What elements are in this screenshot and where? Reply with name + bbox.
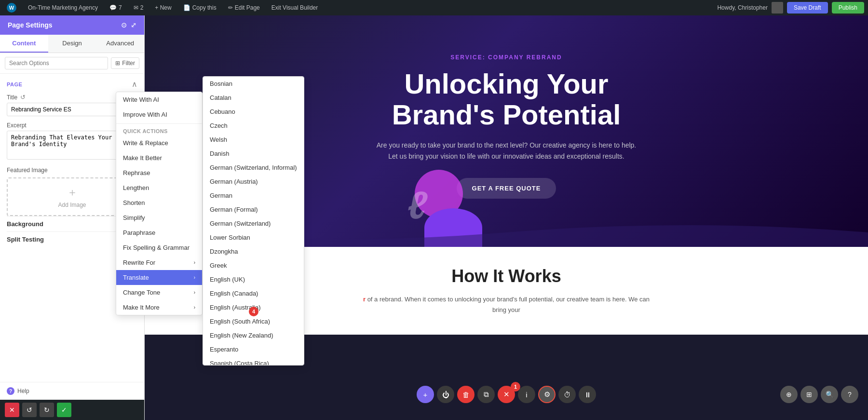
help-canvas-button[interactable]: ? — [841, 386, 858, 403]
user-avatar[interactable] — [772, 2, 783, 14]
lang-welsh[interactable]: Welsh — [203, 133, 304, 147]
info-button[interactable]: i — [518, 386, 535, 403]
new-item[interactable]: + New — [152, 0, 174, 15]
lang-greek[interactable]: Greek — [203, 258, 304, 272]
copy-module-button[interactable]: ⧉ — [477, 386, 495, 403]
lang-english-nz[interactable]: English (New Zealand) — [203, 328, 304, 342]
copy-this[interactable]: 📄 Copy this — [180, 0, 219, 15]
translate-chevron: › — [194, 275, 195, 280]
lang-english-sa[interactable]: English (South Africa) — [203, 314, 304, 328]
add-image-icon: ＋ — [67, 185, 78, 200]
main-layout: Page Settings ⊙ ⤢ Content Design Advance… — [0, 15, 868, 420]
tab-design[interactable]: Design — [48, 35, 96, 53]
lang-dzongkha[interactable]: Dzongkha — [203, 244, 304, 258]
write-replace[interactable]: Write & Replace — [116, 135, 202, 150]
lang-german-formal[interactable]: German (Formal) — [203, 203, 304, 217]
paraphrase[interactable]: Paraphrase — [116, 225, 202, 240]
clock-button[interactable]: ⏱ — [558, 386, 576, 403]
search-input[interactable] — [5, 57, 108, 69]
lang-german[interactable]: German — [203, 189, 304, 203]
grid-button[interactable]: ⊞ — [800, 386, 818, 403]
close-button[interactable]: ✕ — [5, 403, 19, 417]
panel-header: Page Settings ⊙ ⤢ — [0, 15, 144, 35]
site-name[interactable]: On-Time Marketing Agency — [25, 0, 101, 15]
lang-german-sw[interactable]: German (Switzerland) — [203, 217, 304, 230]
lang-submenu: Bosnian Catalan Cebuano Czech Welsh Dani… — [203, 76, 304, 366]
confirm-button[interactable]: ✓ — [57, 403, 71, 417]
lang-german-sw-inf[interactable]: German (Switzerland, Informal) — [203, 161, 304, 175]
simplify[interactable]: Simplify — [116, 210, 202, 225]
admin-bar: W On-Time Marketing Agency 💬 7 ✉ 2 + New… — [0, 0, 868, 15]
lang-lower-sorbian[interactable]: Lower Sorbian — [203, 230, 304, 244]
exit-builder[interactable]: Exit Visual Builder — [269, 0, 321, 15]
page-section-toggle[interactable]: ∧ — [132, 80, 137, 89]
lang-danish[interactable]: Danish — [203, 147, 304, 161]
write-with-ai[interactable]: Write With AI — [116, 92, 202, 107]
badge-4: 4 — [249, 307, 258, 316]
hero-subtitle: Are you ready to take your brand to the … — [371, 140, 641, 163]
filter-icon: ⊞ — [115, 60, 120, 67]
translate[interactable]: Translate › — [116, 270, 202, 285]
filter-button[interactable]: ⊞ Filter — [111, 57, 139, 69]
copy-icon: 📄 — [183, 4, 190, 11]
lang-cebuano[interactable]: Cebuano — [203, 105, 304, 119]
canvas-floating-toolbar: + ⏻ 🗑 ⧉ ✕ i ⚙ 1 ⏱ ⏸ — [417, 386, 596, 403]
rephrase[interactable]: Rephrase — [116, 165, 202, 180]
publish-button[interactable]: Publish — [832, 2, 864, 14]
make-it-more[interactable]: Make It More › — [116, 300, 202, 315]
lengthen[interactable]: Lengthen — [116, 180, 202, 195]
change-tone[interactable]: Change Tone › — [116, 285, 202, 300]
left-panel: Page Settings ⊙ ⤢ Content Design Advance… — [0, 15, 145, 420]
help-row[interactable]: ? Help — [0, 382, 144, 400]
shorten[interactable]: Shorten — [116, 195, 202, 210]
fix-spelling[interactable]: Fix Spelling & Grammar — [116, 240, 202, 255]
wp-logo-item[interactable]: W — [4, 0, 19, 15]
zoom-button[interactable]: ⊕ — [780, 386, 798, 403]
lang-esperanto[interactable]: Esperanto — [203, 342, 304, 356]
lang-bosnian[interactable]: Bosnian — [203, 77, 304, 91]
save-draft-button[interactable]: Save Draft — [787, 2, 828, 14]
edit-icon: ✏ — [228, 4, 233, 11]
ai-menu-divider-1 — [116, 123, 202, 124]
comments-item[interactable]: 💬 7 — [107, 0, 125, 15]
lang-german-austria[interactable]: German (Austria) — [203, 175, 304, 189]
page-section-title: Page — [7, 81, 22, 87]
search-element-button[interactable]: 🔍 — [821, 386, 838, 403]
bottom-toolbar: ✕ ↺ ↻ ✓ — [0, 400, 144, 420]
panel-icon-expand[interactable]: ⤢ — [131, 21, 136, 29]
edit-page[interactable]: ✏ Edit Page — [225, 0, 263, 15]
lang-czech[interactable]: Czech — [203, 119, 304, 133]
help-icon: ? — [7, 387, 14, 395]
rewrite-for-chevron: › — [194, 260, 195, 265]
howdy-text: Howdy, Christopher — [717, 4, 767, 11]
title-input[interactable] — [7, 103, 121, 116]
hero-badge: SERVICE: COMPANY REBRAND — [450, 54, 562, 61]
comment-icon: 💬 — [109, 4, 117, 11]
redo-button[interactable]: ↻ — [40, 403, 54, 417]
how-it-works-desc: r of a rebrand. When it comes to unlocki… — [362, 294, 651, 315]
lang-english-canada[interactable]: English (Canada) — [203, 286, 304, 300]
lang-english-uk[interactable]: English (UK) — [203, 272, 304, 286]
hero-cta-button[interactable]: GET A FREE QUOTE — [457, 178, 556, 199]
settings-button[interactable]: ⚙ — [538, 386, 556, 403]
undo-button[interactable]: ↺ — [22, 403, 37, 417]
title-undo-icon[interactable]: ↺ — [20, 94, 26, 101]
panel-tabs: Content Design Advanced — [0, 35, 144, 53]
make-it-better[interactable]: Make It Better — [116, 150, 202, 165]
delete-button[interactable]: 🗑 — [457, 386, 475, 403]
panel-icon-target[interactable]: ⊙ — [121, 21, 127, 29]
power-button[interactable]: ⏻ — [437, 386, 454, 403]
quick-actions-label: Quick Actions — [116, 125, 202, 135]
rewrite-for[interactable]: Rewrite For › — [116, 255, 202, 270]
lang-catalan[interactable]: Catalan — [203, 91, 304, 105]
messages-item[interactable]: ✉ 2 — [131, 0, 147, 15]
pause-button[interactable]: ⏸ — [579, 386, 596, 403]
badge-1: 1 — [511, 382, 520, 392]
admin-bar-right: Howdy, Christopher Save Draft Publish — [717, 2, 864, 14]
improve-with-ai[interactable]: Improve With AI — [116, 107, 202, 122]
tab-content[interactable]: Content — [0, 35, 48, 53]
add-module-button[interactable]: + — [417, 386, 434, 403]
tab-advanced[interactable]: Advanced — [96, 35, 144, 53]
lang-spanish-cr[interactable]: Spanish (Costa Rica) — [203, 356, 304, 366]
ai-dropdown: Write With AI Improve With AI Quick Acti… — [116, 92, 203, 315]
